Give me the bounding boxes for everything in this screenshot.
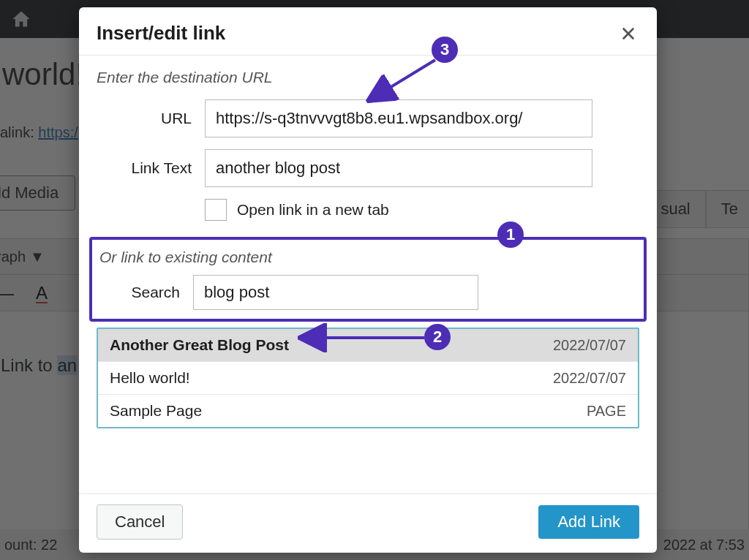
modal-body: Enter the destination URL URL Link Text … — [79, 56, 657, 493]
newtab-label: Open link in a new tab — [237, 201, 389, 219]
result-item[interactable]: Sample Page PAGE — [98, 394, 638, 427]
modal-footer: Cancel Add Link — [79, 493, 657, 553]
url-label: URL — [97, 110, 192, 127]
result-title: Hello world! — [110, 369, 190, 387]
search-input[interactable] — [193, 275, 478, 310]
result-title: Another Great Blog Post — [110, 336, 289, 354]
result-meta: 2022/07/07 — [553, 370, 626, 387]
url-input[interactable] — [205, 99, 592, 137]
search-row: Search — [99, 275, 636, 310]
result-item[interactable]: Hello world! 2022/07/07 — [98, 361, 638, 394]
search-section-heading: Or link to existing content — [99, 249, 636, 266]
url-section-heading: Enter the destination URL — [97, 69, 639, 86]
url-row: URL — [97, 99, 639, 137]
cancel-button[interactable]: Cancel — [97, 504, 183, 540]
linktext-input[interactable] — [205, 149, 592, 187]
modal-header: Insert/edit link — [79, 7, 657, 56]
result-meta: PAGE — [587, 403, 626, 420]
search-results: Another Great Blog Post 2022/07/07 Hello… — [97, 328, 639, 428]
close-button[interactable] — [617, 23, 639, 45]
insert-link-modal: Insert/edit link Enter the destination U… — [79, 7, 657, 553]
modal-title: Insert/edit link — [97, 22, 225, 45]
result-title: Sample Page — [110, 402, 202, 420]
search-section: Or link to existing content Search — [89, 237, 647, 322]
linktext-row: Link Text — [97, 149, 639, 187]
add-link-button[interactable]: Add Link — [538, 505, 639, 539]
linktext-label: Link Text — [97, 159, 192, 177]
result-meta: 2022/07/07 — [553, 337, 626, 354]
newtab-checkbox[interactable] — [205, 199, 227, 221]
search-label: Search — [99, 284, 180, 301]
newtab-row: Open link in a new tab — [205, 199, 639, 221]
result-item[interactable]: Another Great Blog Post 2022/07/07 — [98, 329, 638, 361]
